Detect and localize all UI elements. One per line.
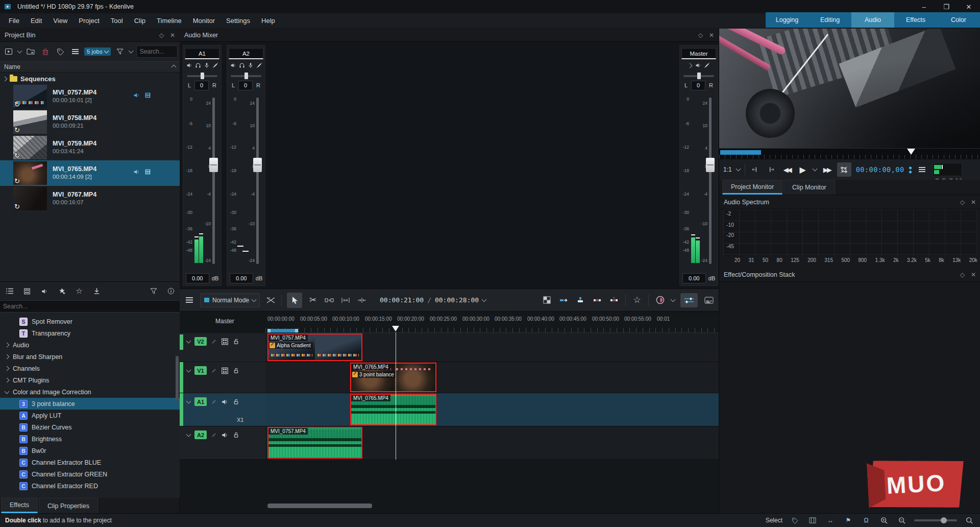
effect-item[interactable]: TTransparency xyxy=(0,327,180,339)
set-out-point-icon[interactable] xyxy=(766,163,777,176)
timeline-clip-a1[interactable]: MVI_0765.MP4 xyxy=(350,394,436,425)
track-effects-icon[interactable] xyxy=(211,432,217,438)
menu-file[interactable]: File xyxy=(3,17,25,25)
pan-slider[interactable] xyxy=(187,73,217,79)
tab-clip-properties[interactable]: Clip Properties xyxy=(39,498,98,513)
set-in-point-icon[interactable] xyxy=(750,163,761,176)
mute-track-icon[interactable] xyxy=(221,398,229,405)
menu-help[interactable]: Help xyxy=(256,17,281,25)
timeline-ruler[interactable]: 00:00:00:00 00:00:05:00 00:00:10:00 00:0… xyxy=(265,315,719,333)
mute-icon[interactable] xyxy=(695,62,701,68)
effect-item[interactable]: BBrightness xyxy=(0,433,180,445)
track-body-a2[interactable]: MVI_0757.MP4 xyxy=(265,426,719,460)
insert-zone-icon[interactable] xyxy=(575,294,586,306)
track-body-a1[interactable]: MVI_0765.MP4 xyxy=(265,393,719,426)
tab-effects[interactable]: Effects xyxy=(1,498,38,513)
show-mixer-button[interactable] xyxy=(680,293,698,307)
timeline-clip-v2[interactable]: MVI_0757.MP4 Alpha Gradient xyxy=(267,333,362,361)
bin-clip-row[interactable]: ↻ MVI_0767.MP4 00:00:16:07 xyxy=(0,186,180,211)
timecode-spinner[interactable]: ◆◆ xyxy=(909,166,912,174)
track-effects-icon[interactable] xyxy=(211,368,217,374)
mute-icon[interactable] xyxy=(186,62,192,68)
track-badge[interactable]: A2 xyxy=(194,430,207,439)
monitor-timecode[interactable]: 00:00:00,00 xyxy=(856,165,904,174)
volume-fader-track[interactable] xyxy=(709,98,712,264)
delete-button[interactable] xyxy=(40,45,51,58)
add-clip-dropdown-icon[interactable] xyxy=(17,49,22,54)
bin-search-input[interactable] xyxy=(136,45,178,58)
record-chevron-icon[interactable] xyxy=(671,297,676,302)
track-body-v2[interactable]: MVI_0757.MP4 Alpha Gradient xyxy=(265,333,719,362)
timeline-timecode[interactable]: 00:00:21:00 / 00:00:28:00 xyxy=(380,296,486,304)
monitor-menu-icon[interactable] xyxy=(917,163,928,176)
close-panel-icon[interactable]: ✕ xyxy=(971,199,976,206)
menu-settings[interactable]: Settings xyxy=(220,17,256,25)
track-effects-icon[interactable] xyxy=(211,399,217,405)
menu-monitor[interactable]: Monitor xyxy=(187,17,220,25)
custom-effects-icon[interactable] xyxy=(56,285,67,297)
slip-tool-button[interactable] xyxy=(324,294,335,306)
audio-effects-icon[interactable] xyxy=(39,285,50,297)
lock-track-icon[interactable] xyxy=(233,432,239,439)
close-panel-icon[interactable]: ✕ xyxy=(709,32,714,39)
timeline-master-button[interactable]: Master xyxy=(215,318,234,325)
workspace-tab-audio[interactable]: Audio xyxy=(851,12,894,28)
lock-track-icon[interactable] xyxy=(233,398,239,405)
bin-clip-row[interactable]: ↻ MVI_0757.MP4 00:00:16:01 [2] xyxy=(0,84,180,109)
download-effects-icon[interactable] xyxy=(91,285,102,297)
workspace-tab-editing[interactable]: Editing xyxy=(808,12,851,28)
volume-fader-track[interactable] xyxy=(212,98,215,264)
float-panel-icon[interactable]: ◇ xyxy=(159,32,164,39)
filter-dropdown-icon[interactable] xyxy=(128,49,133,54)
fast-forward-icon[interactable]: ▶▶ xyxy=(821,163,832,176)
track-badge[interactable]: V2 xyxy=(194,337,207,346)
play-icon[interactable]: ▶ xyxy=(797,163,808,176)
track-head-v2[interactable]: V2 xyxy=(180,333,265,362)
lift-zone-icon[interactable] xyxy=(608,294,620,306)
subtitle-tool-icon[interactable] xyxy=(703,294,715,306)
monitor-headphones-icon[interactable] xyxy=(195,62,201,68)
effect-category[interactable]: Channels xyxy=(0,363,180,374)
effect-item[interactable]: SSpot Remover xyxy=(0,316,180,327)
track-body-v1[interactable]: MVI_0765.MP4 3 point balance xyxy=(265,362,719,393)
minimize-button[interactable]: – xyxy=(913,0,935,13)
workspace-tab-color[interactable]: Color xyxy=(937,12,980,28)
zone-mode-button[interactable] xyxy=(837,162,851,177)
playhead-marker[interactable] xyxy=(392,326,399,331)
effect-item[interactable]: CChannel Extractor BLUE xyxy=(0,457,180,468)
timeline-clip-a2[interactable]: MVI_0757.MP4 xyxy=(267,427,362,459)
target-track-indicator[interactable] xyxy=(180,393,183,426)
monitor-playhead[interactable] xyxy=(907,149,915,155)
lock-track-icon[interactable] xyxy=(233,338,239,345)
create-folder-button[interactable] xyxy=(25,45,36,58)
track-collapse-icon[interactable] xyxy=(186,432,191,437)
timeline-clip-v1[interactable]: MVI_0765.MP4 3 point balance xyxy=(350,363,436,392)
omega-status-icon[interactable]: Ω xyxy=(861,514,872,526)
bin-menu-icon[interactable] xyxy=(69,45,81,58)
select-tool-button[interactable] xyxy=(287,293,302,308)
timeline-zone-bar[interactable] xyxy=(267,329,298,332)
track-collapse-icon[interactable] xyxy=(186,398,191,403)
monitor-zoom-dropdown[interactable]: 1:1 xyxy=(723,166,732,173)
float-panel-icon[interactable]: ◇ xyxy=(698,32,703,39)
monitor-zone[interactable] xyxy=(720,150,761,155)
track-head-a2[interactable]: A2 xyxy=(180,426,265,460)
track-badge[interactable]: V1 xyxy=(194,366,207,375)
checkerboard-icon[interactable] xyxy=(541,294,552,306)
track-effects-icon[interactable] xyxy=(211,339,217,345)
effects-info-icon[interactable] xyxy=(165,285,177,297)
effect-item[interactable]: AApply LUT xyxy=(0,410,180,421)
timeline-menu-icon[interactable] xyxy=(184,294,195,306)
menu-edit[interactable]: Edit xyxy=(25,17,47,25)
fit-status-icon[interactable]: ↔ xyxy=(825,514,836,526)
volume-fader-handle[interactable] xyxy=(253,158,262,172)
bin-clip-row[interactable]: ↻ MVI_0759.MP4 00:03:41:24 xyxy=(0,135,180,160)
volume-fader-track[interactable] xyxy=(256,98,259,264)
jobs-dropdown[interactable]: 5 jobs xyxy=(84,47,111,56)
strip-label[interactable]: A1 xyxy=(185,48,219,59)
monitor-headphones-icon[interactable] xyxy=(239,62,245,68)
track-collapse-icon[interactable] xyxy=(186,367,191,372)
effect-item[interactable]: CChannel Extractor GREEN xyxy=(0,468,180,480)
close-panel-icon[interactable]: ✕ xyxy=(971,271,976,278)
volume-fader-handle[interactable] xyxy=(209,158,218,172)
